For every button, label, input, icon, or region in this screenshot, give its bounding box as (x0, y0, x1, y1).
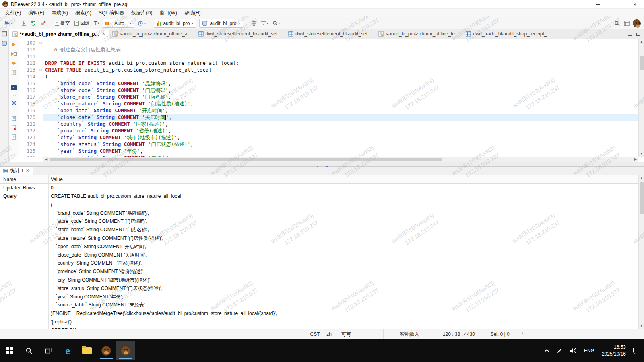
search-icon (614, 21, 620, 26)
restore-panel-icon[interactable] (2, 31, 7, 37)
editor-tab[interactable]: <audit_bi_pro> zhumr_offline_a... (109, 29, 195, 39)
tab-close-icon[interactable]: ✕ (102, 31, 105, 37)
code-area[interactable]: 109⊖------------------------------------… (19, 39, 638, 157)
scroll-down-icon[interactable]: ▼ (639, 323, 644, 329)
dbeaver-taskbar-button[interactable] (97, 341, 116, 360)
menu-item[interactable]: 数据库(D) (128, 9, 156, 17)
language-indicator[interactable]: ENG (580, 339, 598, 362)
txn-log-button[interactable]: ▾ (136, 19, 147, 28)
editor-tab[interactable]: dwd_storesettlement_hkaudit_set... (285, 29, 375, 39)
filter-button[interactable]: ▾ (259, 19, 270, 28)
code-line[interactable]: 116 `store_code` String COMMENT '门店编码', (19, 87, 638, 94)
code-line[interactable]: 123 `city` String COMMENT '城市(地级市)(描述)', (19, 134, 638, 141)
code-line[interactable]: 109⊖------------------------------------… (19, 40, 638, 47)
close-window-button[interactable]: ✕ (625, 0, 644, 9)
editor-horizontal-scrollbar[interactable]: ◀ ▶ (43, 157, 638, 162)
maximize-window-button[interactable] (607, 0, 625, 9)
table-row[interactable]: Updated Rows 0 (0, 184, 644, 192)
minimize-panel-icon[interactable] (628, 30, 632, 37)
fold-icon[interactable]: ⊖ (38, 67, 43, 74)
invalidate-reconnect-button[interactable] (29, 19, 38, 28)
tray-expand-button[interactable] (542, 339, 553, 362)
execute-statement-icon[interactable] (10, 41, 18, 48)
status-insert-mode[interactable]: 智能插入 (383, 329, 436, 339)
code-line[interactable]: 115 `brand_code` String COMMENT '品牌编码', (19, 80, 638, 87)
editor-tab[interactable]: *<audit_bi_pro> zhumr_offline_p...✕ (9, 29, 109, 39)
code-line[interactable]: 122 `province` String COMMENT '省份(描述)', (19, 128, 638, 134)
scroll-down-icon[interactable]: ▼ (639, 151, 644, 157)
menu-item[interactable]: 搜索(A) (72, 9, 95, 17)
fold-icon[interactable]: ⊖ (38, 40, 43, 47)
pen-tray-button[interactable] (553, 339, 566, 362)
editor-vertical-scrollbar[interactable]: ▲ ▼ (638, 39, 644, 157)
table-row[interactable]: Query CREATE TABLE audit_bi_pro.custom_s… (0, 192, 644, 329)
scroll-up-icon[interactable]: ▲ (639, 39, 644, 45)
scroll-up-icon[interactable]: ▲ (639, 175, 644, 181)
connection-select[interactable]: audit_bi_pro ▾ (154, 19, 196, 28)
status-overflow-icon[interactable]: ⋮ (520, 331, 525, 336)
action-center-button[interactable] (630, 339, 644, 362)
menu-item[interactable]: 文件(F) (2, 9, 25, 17)
menu-item[interactable]: 帮助(H) (181, 9, 204, 17)
code-line[interactable]: 113⊖CREATE TABLE audit_bi_pro.custom_sto… (19, 67, 638, 74)
code-line[interactable]: 119 `open_date` String COMMENT '开店时间', (19, 107, 638, 114)
menu-item[interactable]: SQL 编辑器 (95, 9, 128, 17)
script-view-icon[interactable] (10, 134, 18, 140)
start-button[interactable] (0, 341, 19, 360)
column-header-value[interactable]: Value (48, 177, 63, 182)
close-icon[interactable]: ✕ (26, 168, 29, 173)
code-line[interactable]: 114( (19, 74, 638, 80)
code-line[interactable]: 125 `year` String COMMENT '年份', (19, 148, 638, 155)
new-connection-button[interactable]: ▾ (2, 19, 14, 28)
output-view-icon[interactable] (10, 115, 18, 121)
execute-script-icon[interactable] (10, 60, 18, 66)
code-line[interactable]: 112DROP TABLE IF EXISTS audit_bi_pro.cus… (19, 60, 638, 67)
editor-tab[interactable]: dwd_trade_hkaudit_shop_receipt_... (462, 29, 554, 39)
menu-item[interactable]: 导航(N) (48, 9, 72, 17)
schema-select[interactable]: audit_bi_pro ▾ (199, 19, 243, 28)
code-line[interactable]: 110-- 6 创建自定义门店性质汇总表 (19, 47, 638, 53)
edge-button[interactable]: e (58, 341, 77, 360)
column-header-name[interactable]: Name (0, 177, 48, 182)
sql-terminal-icon[interactable]: >_ (10, 84, 18, 91)
text-transform-button[interactable]: T▾ (92, 19, 101, 28)
file-explorer-button[interactable] (77, 341, 97, 360)
execute-new-tab-icon[interactable] (10, 51, 18, 57)
explain-plan-icon[interactable] (10, 69, 18, 76)
clock[interactable]: 16:532025/10/16 (598, 339, 630, 362)
code-line[interactable]: 111-------------------------------------… (19, 53, 638, 60)
log-view-icon[interactable] (10, 124, 18, 131)
query-line: )ENGINE = ReplicatedMergeTree('/clickhou… (51, 309, 277, 318)
commit-button[interactable]: 提交 (53, 19, 72, 28)
database-navigator-icon[interactable] (2, 41, 7, 46)
dbeaver-taskbar-button-active[interactable] (116, 341, 135, 360)
column-divider[interactable] (48, 175, 49, 329)
search-menu-button[interactable]: ▾ (271, 19, 282, 28)
minimize-window-button[interactable] (588, 0, 607, 9)
menu-item[interactable]: 窗口(W) (156, 9, 181, 17)
txn-mode-select[interactable]: Auto ▾ (103, 19, 134, 28)
panel-splitter[interactable]: ▲▼ (0, 162, 644, 167)
rollback-button[interactable]: 回滚 (72, 19, 91, 28)
results-tab[interactable]: 统计 1 ✕ (0, 166, 33, 175)
task-view-button[interactable] (39, 341, 58, 360)
disconnect-button[interactable] (39, 19, 47, 28)
results-vertical-scrollbar[interactable]: ▲ ▼ (638, 175, 644, 329)
volume-tray-button[interactable] (566, 339, 580, 362)
network-button[interactable] (250, 19, 258, 28)
code-line[interactable]: 121 `country` String COMMENT '国家(描述)', (19, 121, 638, 128)
status-caret-position[interactable]: 120 : 38 : 4430 (436, 329, 482, 339)
editor-tab[interactable]: dwd_storesettlement_hkaudit_set... (195, 29, 285, 39)
settings-gear-icon[interactable] (10, 100, 18, 106)
code-line[interactable]: 124 `store_status` String COMMENT '门店状态(… (19, 141, 638, 148)
code-line[interactable]: 120 `close_date` String COMMENT '关店时间', (19, 114, 638, 121)
connect-button[interactable] (19, 19, 28, 28)
maximize-panel-icon[interactable] (636, 30, 640, 37)
code-line[interactable]: 117 `store_name` String COMMENT '门店名称', (19, 94, 638, 101)
menu-item[interactable]: 编辑(E) (25, 9, 48, 17)
perspective-button[interactable] (622, 19, 631, 28)
taskbar-search-button[interactable] (19, 341, 39, 360)
global-search-button[interactable] (613, 19, 621, 28)
code-line[interactable]: 118 `store_nature` String COMMENT '门店性质(… (19, 101, 638, 107)
editor-tab[interactable]: <audit_bi_pro> zhumr_offline_te... (375, 29, 462, 39)
